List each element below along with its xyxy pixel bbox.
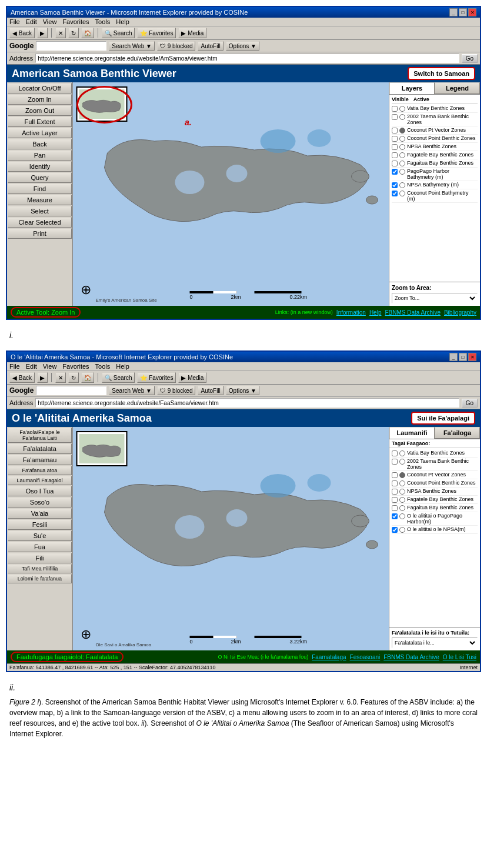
- layer-radio-1-i[interactable]: [399, 106, 405, 112]
- link-fesoasoani-ii[interactable]: Fesoasoani: [350, 654, 381, 660]
- layer-radio-6-ii[interactable]: [399, 497, 405, 503]
- tool-fullextent-i[interactable]: Full Extent: [8, 116, 72, 127]
- close-btn-i[interactable]: ✕: [468, 8, 476, 16]
- map-area-ii[interactable]: ⊕ 0 2km 3.22km Ole Savi o Amalika Samoa: [73, 427, 389, 650]
- menu-edit-ii[interactable]: Edit: [26, 363, 37, 370]
- favorites-navbtn-i[interactable]: ⭐ Favorites: [137, 28, 176, 38]
- switch-samoan-btn-i[interactable]: Switch to Samoan: [408, 67, 475, 80]
- back-navbtn-i[interactable]: ◀ Back: [9, 28, 35, 38]
- tool-measure-i[interactable]: Measure: [8, 195, 72, 205]
- tool-lolomi-ii[interactable]: Lolomi le fa'afanua: [8, 574, 72, 583]
- layer-check-5-ii[interactable]: [392, 489, 398, 495]
- minimize-btn-i[interactable]: _: [449, 8, 458, 16]
- search-web-btn-i[interactable]: Search Web ▼: [109, 41, 155, 51]
- autofill-btn-i[interactable]: AutoFill: [198, 41, 223, 51]
- layer-check-8-ii[interactable]: [392, 513, 398, 519]
- layer-radio-2-ii[interactable]: [399, 459, 405, 465]
- menu-favorites-ii[interactable]: Favorites: [62, 363, 89, 370]
- layer-radio-5-ii[interactable]: [399, 489, 405, 495]
- layer-radio-4-i[interactable]: [399, 136, 405, 142]
- google-input-i[interactable]: [36, 41, 106, 51]
- go-btn-i[interactable]: Go: [462, 54, 478, 63]
- layer-radio-3-ii[interactable]: [399, 472, 405, 478]
- layer-radio-3-i[interactable]: [399, 128, 405, 133]
- tab-laumanifi-ii[interactable]: Laumanifi: [389, 427, 435, 439]
- layer-radio-2-i[interactable]: [399, 114, 405, 120]
- link-fbnms-ii[interactable]: FBNMS Data Archive: [383, 654, 439, 660]
- layer-check-6-i[interactable]: [392, 152, 398, 158]
- layer-radio-10-i[interactable]: [399, 191, 405, 196]
- link-bibliography-i[interactable]: Bibliography: [444, 309, 476, 316]
- tool-find-i[interactable]: Find: [8, 183, 72, 194]
- options-btn-ii[interactable]: Options ▼: [226, 386, 259, 395]
- tool-locator-i[interactable]: Locator On/Off: [8, 83, 72, 94]
- tab-layers-i[interactable]: Layers: [389, 82, 435, 94]
- switch-faap-btn-ii[interactable]: Sui ile Fa'apalagi: [411, 412, 475, 425]
- menu-view-i[interactable]: View: [43, 18, 57, 25]
- layer-radio-7-i[interactable]: [399, 161, 405, 166]
- restore-btn-ii[interactable]: □: [459, 353, 467, 361]
- link-fbnms-i[interactable]: FBNMS Data Archive: [385, 309, 440, 316]
- stop-btn-i[interactable]: ✕: [55, 28, 66, 38]
- layer-radio-4-ii[interactable]: [399, 480, 405, 486]
- layer-check-3-ii[interactable]: [392, 472, 398, 478]
- menu-tools-ii[interactable]: Tools: [95, 363, 111, 370]
- layer-check-8-i[interactable]: [392, 169, 398, 175]
- refresh-btn-i[interactable]: ↻: [68, 28, 79, 38]
- search-navbtn-i[interactable]: 🔍 Search: [102, 28, 135, 38]
- minimize-btn-ii[interactable]: _: [449, 353, 458, 361]
- tool-locator-ii[interactable]: Fa'aola/Fa'ape le Fa'afanua Laiti: [8, 428, 72, 443]
- address-input-i[interactable]: [35, 54, 459, 63]
- layer-radio-8-ii[interactable]: [399, 513, 405, 519]
- tool-print-i[interactable]: Print: [8, 228, 72, 239]
- forward-navbtn-i[interactable]: ▶: [37, 28, 48, 38]
- layer-radio-9-ii[interactable]: [399, 527, 405, 533]
- tool-back-i[interactable]: Back: [8, 139, 72, 149]
- layer-check-3-i[interactable]: [392, 128, 398, 133]
- layer-radio-5-i[interactable]: [399, 144, 405, 150]
- blocked-btn-ii[interactable]: 🛡 9 blocked: [157, 386, 196, 395]
- menu-tools-i[interactable]: Tools: [95, 18, 111, 25]
- map-area-i[interactable]: ⊕ 0 2km 0.22km Emily's American Samoa Si…: [73, 82, 389, 306]
- zoom-select-ii[interactable]: Fa'alatalata i le...: [392, 637, 478, 648]
- tool-identify-i[interactable]: Identify: [8, 161, 72, 172]
- menu-file-i[interactable]: File: [9, 18, 20, 25]
- go-btn-ii[interactable]: Go: [462, 399, 478, 408]
- search-web-btn-ii[interactable]: Search Web ▼: [109, 386, 155, 395]
- menu-help-ii[interactable]: Help: [116, 363, 129, 370]
- tool-faalatalata-ii[interactable]: Fa'alatalata: [8, 443, 72, 454]
- layer-radio-9-i[interactable]: [399, 182, 405, 188]
- zoom-select-i[interactable]: Zoom To...: [392, 293, 478, 303]
- tool-oso-ii[interactable]: Oso I Tua: [8, 486, 72, 496]
- search-navbtn-ii[interactable]: 🔍 Search: [102, 372, 135, 383]
- layer-check-2-i[interactable]: [392, 114, 398, 120]
- layer-check-1-i[interactable]: [392, 106, 398, 112]
- layer-radio-6-i[interactable]: [399, 152, 405, 158]
- layer-check-9-ii[interactable]: [392, 527, 398, 533]
- menu-view-ii[interactable]: View: [43, 363, 57, 370]
- layer-check-4-ii[interactable]: [392, 480, 398, 486]
- menu-favorites-i[interactable]: Favorites: [62, 18, 89, 25]
- media-navbtn-i[interactable]: ▶ Media: [178, 28, 206, 38]
- tool-query-i[interactable]: Query: [8, 172, 72, 183]
- layer-check-1-ii[interactable]: [392, 450, 398, 456]
- layer-radio-7-ii[interactable]: [399, 505, 405, 511]
- refresh-btn-ii[interactable]: ↻: [68, 372, 79, 383]
- menu-edit-i[interactable]: Edit: [26, 18, 37, 25]
- tool-select-i[interactable]: Select: [8, 206, 72, 216]
- menu-file-ii[interactable]: File: [9, 363, 20, 370]
- tool-pan-i[interactable]: Pan: [8, 150, 72, 161]
- layer-check-6-ii[interactable]: [392, 497, 398, 503]
- tool-faamamau-ii[interactable]: Fa'amamau: [8, 455, 72, 465]
- favorites-navbtn-ii[interactable]: ⭐ Favorites: [137, 372, 176, 383]
- layer-check-4-i[interactable]: [392, 136, 398, 142]
- layer-check-2-ii[interactable]: [392, 459, 398, 465]
- layer-check-7-i[interactable]: [392, 161, 398, 166]
- options-btn-i[interactable]: Options ▼: [226, 41, 259, 51]
- menu-help-i[interactable]: Help: [116, 18, 129, 25]
- tool-zoomin-i[interactable]: Zoom In: [8, 94, 72, 105]
- tool-sue-ii[interactable]: Su'e: [8, 530, 72, 541]
- blocked-btn-i[interactable]: 🛡 9 blocked: [157, 41, 196, 51]
- tool-laumanifi-ii[interactable]: Laumanifi Fa'agaiol: [8, 476, 72, 485]
- layer-check-5-i[interactable]: [392, 144, 398, 150]
